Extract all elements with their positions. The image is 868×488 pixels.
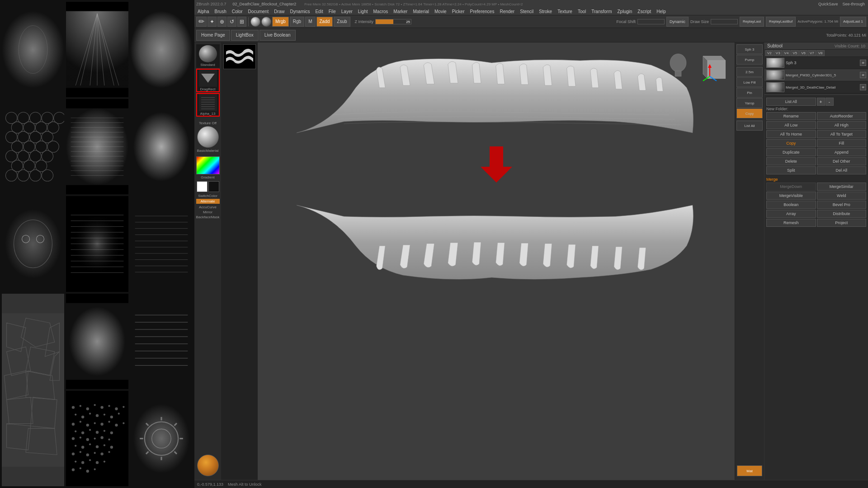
menu-draw[interactable]: Draw [273, 9, 286, 14]
move-btn[interactable]: ✦ [208, 17, 217, 27]
yarop-btn[interactable]: Yarop [736, 98, 763, 108]
all-to-target-btn[interactable]: All To Target [817, 130, 867, 138]
mirror-btn[interactable]: Mirror [203, 210, 212, 214]
size25-btn[interactable]: 2.5m [736, 67, 763, 77]
menu-movie[interactable]: Movie [433, 9, 448, 14]
menu-light[interactable]: Light [357, 9, 369, 14]
merge-down-btn[interactable]: MergeDown [766, 183, 816, 191]
merge-similar-btn[interactable]: MergeSimilar [817, 183, 867, 191]
append-btn[interactable]: Append [817, 148, 867, 156]
menu-picker[interactable]: Picker [451, 9, 466, 14]
project-btn[interactable]: Project [817, 219, 867, 227]
texture-thumb-2[interactable] [66, 2, 128, 97]
alternate-btn[interactable]: Alternate [196, 199, 220, 204]
color-ball[interactable] [261, 17, 271, 27]
menu-edit[interactable]: Edit [314, 9, 324, 14]
menu-alpha[interactable]: Alpha [196, 9, 211, 14]
texture-thumb-1[interactable] [2, 2, 64, 97]
menu-preferences[interactable]: Preferences [468, 9, 495, 14]
subtool-eye3-btn[interactable]: 👁 [860, 84, 866, 90]
lowfill-btn[interactable]: Low Fill [736, 77, 763, 87]
auto-reorder-btn[interactable]: AutoReorder [817, 112, 867, 120]
m-btn[interactable]: M [305, 17, 315, 27]
texture-thumb-5[interactable] [66, 99, 128, 194]
menu-texture[interactable]: Texture [556, 9, 574, 14]
z-intensity-slider[interactable]: 25 [375, 19, 411, 24]
subtool-eye2-btn[interactable]: 👁 [860, 72, 866, 78]
menu-transform[interactable]: Transform [590, 9, 613, 14]
pin-btn[interactable]: Pin [736, 88, 763, 98]
draw-mode-btn[interactable]: ✏ [196, 17, 207, 27]
pump-btn[interactable]: Pump [736, 55, 763, 65]
canvas-area[interactable] [258, 42, 735, 480]
backface-mask-btn[interactable]: BackfaceMask [196, 215, 219, 219]
texture-thumb-8[interactable] [66, 196, 128, 291]
copy-tool-btn[interactable]: Copy [736, 108, 763, 118]
standard-brush[interactable]: Standard [196, 44, 220, 68]
bevel-pro-btn[interactable]: Bevel Pro [817, 201, 867, 209]
texture-thumb-10[interactable] [66, 294, 128, 389]
texture-thumb-7[interactable] [2, 196, 64, 291]
zadd-btn[interactable]: Zadd [316, 17, 333, 27]
menu-material[interactable]: Material [411, 9, 430, 14]
texture-thumb-9[interactable] [130, 196, 193, 291]
rgb-btn[interactable]: Rgb [290, 17, 304, 27]
split-btn[interactable]: Split [766, 166, 816, 174]
v8-tab[interactable]: V8 [816, 50, 825, 56]
material-ball[interactable] [250, 17, 260, 27]
del-all-btn[interactable]: Del All [817, 166, 867, 174]
dragrect-brush[interactable]: DragRect [196, 69, 220, 92]
subtool-item-deathclaw[interactable]: Merged_3D_DeathClaw_Detail 👁 [764, 81, 868, 94]
material-tint[interactable]: Mat [737, 465, 762, 476]
remesh-btn[interactable]: Remesh [766, 219, 816, 227]
minus-btn[interactable]: - [826, 98, 834, 106]
bottom-sphere[interactable] [197, 455, 219, 476]
texture-thumb-6[interactable] [130, 99, 193, 194]
texture-thumb-13[interactable] [130, 391, 193, 486]
boolean-btn[interactable]: Boolean [766, 201, 816, 209]
subtool-item-sph3[interactable]: Sph 3 👁 [764, 57, 868, 69]
menu-marker[interactable]: Marker [392, 9, 409, 14]
all-high-btn[interactable]: All High [817, 121, 867, 129]
menu-help[interactable]: Help [655, 9, 667, 14]
menu-file[interactable]: File [327, 9, 337, 14]
rotate-btn[interactable]: ↺ [227, 17, 236, 27]
menu-brush[interactable]: Brush [213, 9, 228, 14]
home-page-tab[interactable]: Home Page [196, 30, 230, 41]
menu-dynamics[interactable]: Dynamics [289, 9, 311, 14]
delete-btn[interactable]: Delete [766, 157, 816, 165]
quicksave-btn[interactable]: QuickSave [817, 1, 840, 7]
subtool-item-pm3d[interactable]: Merged_PM3D_Cylinder3D1_5 👁 [764, 69, 868, 81]
menu-stencil[interactable]: Stencil [519, 9, 535, 14]
texture-thumb-11[interactable] [130, 294, 193, 389]
distribute-btn[interactable]: Distribute [817, 210, 867, 218]
v5-tab[interactable]: V5 [791, 50, 799, 56]
adjust-last-btn[interactable]: AdjustLast 1 [840, 17, 866, 27]
replay-last-btn[interactable]: ReplayLast [740, 17, 764, 27]
menu-layer[interactable]: Layer [340, 9, 354, 14]
live-boolean-tab[interactable]: Live Boolean [259, 30, 296, 41]
copy-subtool-btn[interactable]: Copy [766, 139, 816, 147]
v4-tab[interactable]: V4 [783, 50, 791, 56]
v7-tab[interactable]: V7 [808, 50, 816, 56]
all-to-home-btn[interactable]: All To Home [766, 130, 816, 138]
scale-btn[interactable]: ⊕ [217, 17, 226, 27]
lightbox-tab[interactable]: LightBox [231, 30, 259, 41]
v2-tab[interactable]: V2 [765, 50, 774, 56]
list-all-btn[interactable]: List All [766, 98, 816, 106]
nav-cube[interactable] [694, 52, 726, 83]
alpha13-brush[interactable]: Alpha_13 [196, 93, 220, 117]
plus-btn[interactable]: + [817, 98, 825, 106]
fill-btn[interactable]: Fill [817, 139, 867, 147]
see-through-btn[interactable]: See-through [841, 1, 866, 7]
switch-color-btn[interactable]: SwitchColor [198, 194, 217, 198]
sph3-btn[interactable]: Sph 3 [736, 44, 763, 54]
menu-zplugin[interactable]: Zplugin [616, 9, 634, 14]
zsub-btn[interactable]: Zsub [334, 17, 350, 27]
v6-tab[interactable]: V6 [799, 50, 807, 56]
texture-thumb-4[interactable] [2, 99, 64, 194]
menu-macros[interactable]: Macros [372, 9, 390, 14]
black-swatch[interactable] [208, 181, 219, 192]
del-other-btn[interactable]: Del Other [817, 157, 867, 165]
accu-curve-btn[interactable]: AccuCurve [199, 205, 217, 209]
